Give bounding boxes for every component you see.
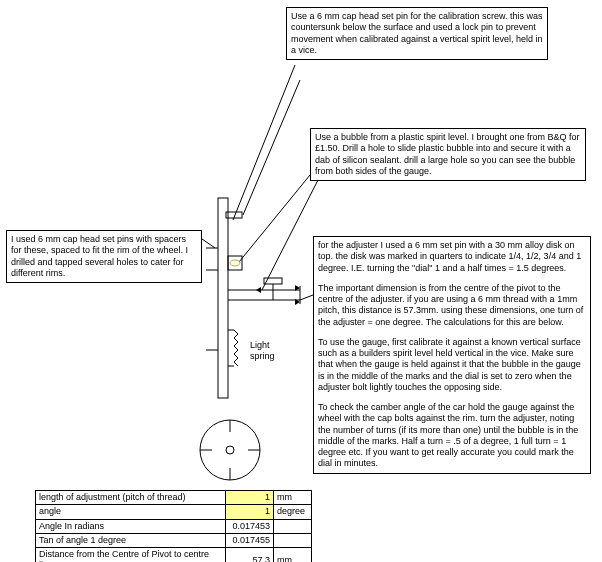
instr-p3: To use the gauge, first calibrate it aga… (318, 337, 586, 393)
table-row: Angle In radians 0.017453 (36, 519, 312, 533)
callout-text: Use a bubble from a plastic spirit level… (315, 132, 580, 176)
svg-rect-6 (218, 198, 228, 398)
cell-value: 57.3 (226, 548, 274, 563)
table-row: angle 1 degree (36, 505, 312, 519)
cell-unit (274, 519, 312, 533)
cell-label: Distance from the Centre of Pivot to cen… (36, 548, 226, 563)
instr-p4: To check the camber angle of the car hol… (318, 402, 586, 470)
callout-text: I used 6 mm cap head set pins with space… (11, 234, 188, 278)
svg-point-12 (230, 260, 240, 266)
svg-line-5 (300, 295, 313, 300)
callout-bubble: Use a bubble from a plastic spirit level… (310, 128, 586, 181)
table-row: Distance from the Centre of Pivot to cen… (36, 548, 312, 563)
cell-label: Angle In radians (36, 519, 226, 533)
label-light-spring: Light spring (250, 340, 284, 363)
textblock-instructions: for the adjuster I used a 6 mm set pin w… (313, 236, 591, 474)
cell-unit (274, 533, 312, 547)
instr-p2: The important dimension is from the cent… (318, 283, 586, 328)
cell-value: 1 (226, 505, 274, 519)
cell-value: 1 (226, 491, 274, 505)
svg-line-2 (239, 175, 310, 262)
cell-value: 0.017455 (226, 533, 274, 547)
cell-label: Tan of angle 1 degree (36, 533, 226, 547)
table-row: Tan of angle 1 degree 0.017455 (36, 533, 312, 547)
cell-unit: mm (274, 548, 312, 563)
table-row: length of adjustment (pitch of thread) 1… (36, 491, 312, 505)
cell-unit: mm (274, 491, 312, 505)
callout-text: Use a 6 mm cap head set pin for the cali… (291, 11, 543, 55)
instr-p1: for the adjuster I used a 6 mm set pin w… (318, 240, 586, 274)
svg-point-24 (226, 446, 234, 454)
callout-calibration-screw: Use a 6 mm cap head set pin for the cali… (286, 7, 548, 60)
svg-line-3 (262, 180, 318, 290)
cell-label: angle (36, 505, 226, 519)
callout-set-pins: I used 6 mm cap head set pins with space… (6, 230, 202, 283)
cell-unit: degree (274, 505, 312, 519)
cell-value: 0.017453 (226, 519, 274, 533)
svg-line-1 (243, 80, 300, 215)
svg-line-0 (233, 65, 295, 220)
cell-label: length of adjustment (pitch of thread) (36, 491, 226, 505)
calculation-table: length of adjustment (pitch of thread) 1… (35, 490, 312, 562)
svg-marker-20 (256, 287, 261, 293)
